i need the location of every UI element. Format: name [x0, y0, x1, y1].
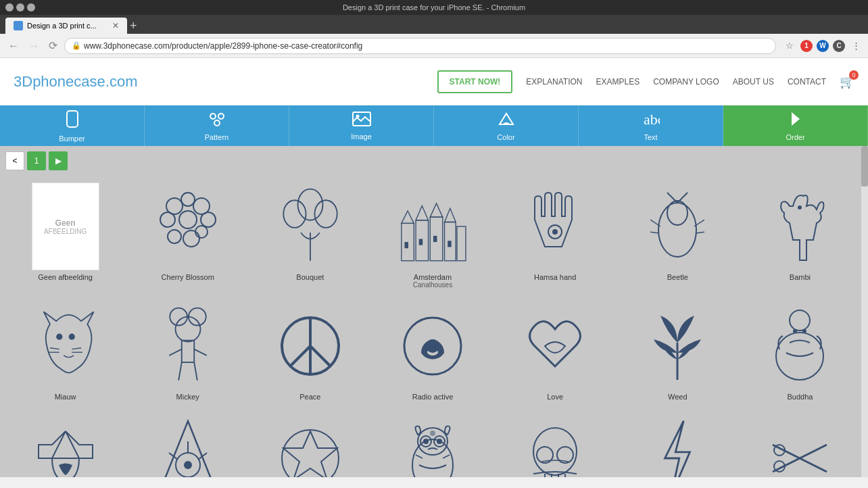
back-button[interactable]: ← [5, 39, 22, 53]
logo-prefix: 3D [14, 73, 32, 90]
svg-point-17 [297, 189, 322, 220]
site-logo: 3Dphonecase.com [14, 73, 137, 91]
image-box-miauw [22, 302, 110, 390]
browser-tab[interactable]: Design a 3D print c... ✕ [5, 18, 127, 34]
next-page-button[interactable]: ▶ [49, 151, 68, 170]
svg-point-1 [210, 114, 216, 119]
image-label-peace: Peace [299, 393, 320, 401]
nav-about-us[interactable]: ABOUT US [733, 77, 774, 87]
svg-marker-75 [283, 431, 337, 477]
step-bumper[interactable]: Bumper [0, 105, 145, 146]
order-icon [788, 111, 804, 130]
image-label-bambi: Bambi [790, 273, 811, 281]
svg-rect-0 [67, 111, 78, 127]
step-text-label: Text [644, 133, 657, 141]
cart-icon-wrap[interactable]: 🛒 0 [840, 74, 854, 89]
image-box-hamsa [511, 182, 599, 270]
minimize-btn[interactable] [16, 3, 24, 11]
ext-icon-w[interactable]: W [817, 40, 829, 52]
browser-toolbar: ☆ 1 W C ⋮ [783, 39, 863, 53]
image-item-buddha[interactable]: Buddha [740, 295, 860, 405]
ext-icon-1[interactable]: 1 [800, 40, 813, 52]
scrollbar-thumb[interactable] [861, 146, 868, 187]
image-item-brandweer[interactable]: Brandweer Fire Department [5, 408, 125, 477]
image-item-peace[interactable]: Peace [250, 295, 370, 405]
image-box-love [511, 302, 599, 390]
image-grid: Geen AFBEELDING Geen afbeelding [5, 176, 860, 477]
maximize-btn[interactable] [27, 3, 35, 11]
image-box-bambi [756, 182, 844, 270]
image-item-cherry[interactable]: Cherry Blossom [128, 176, 247, 293]
nav-contact[interactable]: CONTACT [788, 77, 826, 87]
image-item-geen[interactable]: Geen AFBEELDING Geen afbeelding [5, 176, 125, 293]
image-item-beetle[interactable]: Beetle [618, 176, 738, 293]
svg-rect-31 [419, 239, 423, 245]
bumper-icon [64, 109, 80, 132]
image-item-skull[interactable] [496, 408, 615, 477]
image-box-radioactive [389, 302, 477, 390]
step-image[interactable]: Image [289, 105, 434, 146]
image-item-lightning[interactable] [618, 408, 738, 477]
image-box-lightning [633, 414, 721, 477]
image-item-amsterdam[interactable]: Amsterdam Canalhouses [372, 176, 492, 293]
image-item-ra[interactable]: Ra [128, 408, 247, 477]
svg-point-9 [181, 193, 195, 206]
svg-point-15 [183, 230, 199, 247]
image-box-star [266, 414, 354, 477]
image-item-scissors[interactable] [740, 408, 860, 477]
svg-point-37 [667, 201, 688, 225]
url-bar[interactable]: 🔒 www.3dphonecase.com/producten/apple/28… [64, 38, 776, 54]
image-item-weed[interactable]: Weed [618, 295, 738, 405]
ext-icon-chrome[interactable]: C [833, 40, 845, 52]
image-item-bambi[interactable]: Bambi [740, 176, 860, 293]
step-text[interactable]: abc Text [579, 105, 723, 146]
svg-line-38 [667, 193, 677, 203]
svg-point-50 [68, 334, 74, 340]
nav-examples[interactable]: EXAMPLES [596, 77, 640, 87]
start-now-button[interactable]: START NOW! [437, 70, 513, 93]
svg-line-45 [49, 348, 59, 349]
svg-point-3 [214, 120, 220, 126]
image-item-miauw[interactable]: Miauw [5, 295, 125, 405]
image-box-owl [389, 414, 477, 477]
image-item-radioactive[interactable]: Radio active [372, 295, 492, 405]
svg-marker-24 [416, 206, 428, 220]
step-color[interactable]: Color [434, 105, 579, 146]
scrollbar-track [861, 146, 868, 477]
image-item-hamsa[interactable]: Hamsa hand [496, 176, 615, 293]
bookmark-icon[interactable]: ☆ [783, 39, 796, 53]
nav-company-logo[interactable]: COMPANY LOGO [653, 77, 719, 87]
image-item-owl[interactable] [372, 408, 492, 477]
image-item-mickey[interactable]: Mickey [128, 295, 247, 405]
forward-button[interactable]: → [26, 39, 42, 53]
image-item-star[interactable] [250, 408, 370, 477]
svg-rect-30 [404, 242, 408, 248]
image-item-love[interactable]: Love [496, 295, 615, 405]
image-label-geen: Geen afbeelding [38, 273, 93, 281]
close-btn[interactable] [5, 3, 14, 11]
svg-point-18 [283, 200, 306, 228]
image-label-love: Love [547, 393, 563, 401]
page-1-button[interactable]: 1 [27, 151, 46, 170]
svg-point-68 [802, 329, 806, 333]
step-pattern-label: Pattern [205, 133, 228, 141]
image-label-weed: Weed [668, 393, 688, 401]
menu-icon[interactable]: ⋮ [849, 39, 863, 53]
step-order[interactable]: Order [723, 105, 868, 146]
step-pattern[interactable]: Pattern [145, 105, 289, 146]
nav-explanation[interactable]: EXPLANATION [526, 77, 582, 87]
svg-line-39 [677, 193, 688, 203]
image-box-amsterdam [389, 182, 477, 270]
tab-close-button[interactable]: ✕ [112, 21, 119, 30]
svg-line-57 [178, 362, 182, 381]
image-item-bouquet[interactable]: Bouquet [250, 176, 370, 293]
svg-point-13 [201, 212, 216, 227]
image-icon [352, 112, 371, 130]
reload-button[interactable]: ⟳ [46, 38, 60, 53]
url-text: www.3dphonecase.com/producten/apple/2899… [84, 41, 362, 51]
prev-page-button[interactable]: < [5, 151, 24, 170]
new-tab-button[interactable]: + [130, 18, 137, 34]
svg-point-36 [658, 203, 696, 257]
header-nav: START NOW! EXPLANATION EXAMPLES COMPANY … [437, 70, 854, 93]
image-box-mickey [144, 302, 232, 390]
